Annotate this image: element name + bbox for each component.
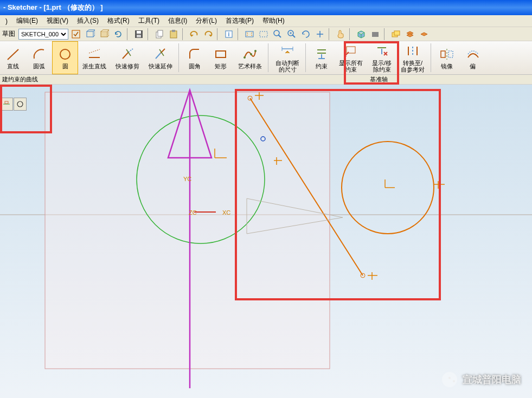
- title-text: - Sketcher - [1.prt （修改的） ]: [3, 3, 102, 12]
- layer3-icon[interactable]: [418, 28, 431, 40]
- constrain-icon: [314, 47, 329, 62]
- ribbon-arc[interactable]: 圆弧: [26, 41, 52, 74]
- ribbon-derived[interactable]: 派生直线: [78, 41, 111, 74]
- svg-line-27: [123, 52, 129, 59]
- zoom-in-icon[interactable]: [285, 28, 298, 40]
- undo-icon[interactable]: [188, 28, 201, 40]
- ribbon-label: 显示所有 约束: [339, 60, 363, 73]
- menubar: ) 编辑(E) 视图(V) 插入(S) 格式(R) 工具(T) 信息(I) 分析…: [0, 15, 532, 27]
- svg-line-30: [156, 53, 161, 59]
- svg-rect-0: [72, 30, 80, 38]
- shade-icon[interactable]: [369, 28, 382, 40]
- ribbon-showrem[interactable]: 显示/移 除约束: [368, 41, 396, 74]
- svg-rect-57: [45, 92, 330, 369]
- ribbon-label: 派生直线: [82, 63, 106, 69]
- ribbon-constrain[interactable]: 约束: [309, 41, 335, 74]
- ribbon-self[interactable]: 转换至/ 自参考对: [396, 41, 430, 74]
- ribbon-qextend[interactable]: 快速延伸: [144, 41, 177, 74]
- sketch-select[interactable]: SKETCH_000: [18, 29, 68, 40]
- watermark: 宣城普阳电脑: [442, 372, 521, 387]
- save-icon[interactable]: [132, 28, 145, 40]
- menu-x[interactable]: ): [1, 16, 12, 26]
- divider: [148, 28, 151, 40]
- menu-view[interactable]: 视图(V): [42, 15, 73, 27]
- divider: [431, 43, 433, 72]
- ribbon-mirror[interactable]: 镜像: [434, 41, 460, 74]
- ribbon-spline[interactable]: 艺术样条: [234, 41, 267, 74]
- menu-help[interactable]: 帮助(H): [258, 15, 289, 27]
- divider: [329, 28, 332, 40]
- line-icon: [5, 47, 21, 62]
- divider: [238, 28, 241, 40]
- menu-prefs[interactable]: 首选项(P): [221, 15, 258, 27]
- ribbon-label: 直线: [7, 63, 19, 69]
- ribbon-line[interactable]: 直线: [0, 41, 26, 74]
- ribbon-offset[interactable]: 偏: [460, 41, 486, 74]
- layer-icon[interactable]: [389, 28, 402, 40]
- status-right: 基准轴: [370, 75, 388, 84]
- redo-icon[interactable]: [202, 28, 215, 40]
- menu-insert[interactable]: 插入(S): [73, 15, 103, 27]
- ribbon-rect[interactable]: 矩形: [208, 41, 234, 74]
- svg-point-34: [243, 56, 246, 59]
- paste-icon[interactable]: [167, 28, 180, 40]
- svg-line-26: [89, 49, 100, 53]
- divider: [349, 28, 352, 40]
- rect-icon: [213, 47, 228, 62]
- toolbar1: 草图 SKETCH_000 i: [0, 27, 532, 41]
- ribbon: 直线 圆弧 圆 派生直线 快速修剪 快速延伸 圆角 矩形 艺术样条 自动判断 的…: [0, 41, 532, 75]
- showall-icon: [343, 43, 358, 59]
- svg-rect-51: [448, 51, 453, 57]
- ribbon-circle[interactable]: 圆: [52, 41, 78, 74]
- copy-icon[interactable]: [153, 28, 166, 40]
- canvas-area[interactable]: YC ZC XC 宣城普阳电脑: [0, 85, 532, 398]
- watermark-text: 宣城普阳电脑: [463, 373, 521, 386]
- finish-sketch-icon[interactable]: [69, 28, 82, 40]
- zoom-rect-icon[interactable]: [257, 28, 270, 40]
- mirror-icon: [439, 47, 454, 62]
- sketch-label: 草图: [2, 29, 15, 38]
- svg-text:i: i: [228, 31, 230, 37]
- ribbon-label: 镜像: [441, 63, 453, 69]
- ribbon-label: 转换至/ 自参考对: [401, 60, 425, 73]
- svg-rect-7: [158, 30, 163, 36]
- menu-info[interactable]: 信息(I): [164, 15, 191, 27]
- extend-icon: [153, 47, 168, 62]
- menu-format[interactable]: 格式(R): [103, 15, 134, 27]
- svg-point-35: [250, 53, 252, 55]
- hand-icon[interactable]: [334, 28, 347, 40]
- ribbon-autodim[interactable]: 自动判断 的尺寸: [271, 41, 304, 74]
- view-cube-icon[interactable]: [355, 28, 368, 40]
- refresh-icon[interactable]: [112, 28, 125, 40]
- zoom-icon[interactable]: [271, 28, 284, 40]
- svg-rect-50: [441, 51, 445, 57]
- svg-rect-5: [137, 35, 141, 37]
- info-icon[interactable]: i: [222, 28, 235, 40]
- rotate-icon[interactable]: [299, 28, 312, 40]
- self-icon: [405, 43, 420, 59]
- svg-point-36: [254, 50, 257, 52]
- status-row: 建约束的曲线 基准轴: [0, 75, 532, 85]
- fit-icon[interactable]: [243, 28, 256, 40]
- svg-rect-22: [394, 31, 400, 35]
- divider: [384, 28, 387, 40]
- showrem-icon: [374, 43, 389, 59]
- ribbon-label: 矩形: [215, 63, 227, 69]
- menu-tools[interactable]: 工具(T): [134, 15, 164, 27]
- ribbon-label: 自动判断 的尺寸: [275, 60, 299, 73]
- ribbon-qtrim[interactable]: 快速修剪: [111, 41, 144, 74]
- divider: [127, 28, 130, 40]
- pan-icon[interactable]: [313, 28, 326, 40]
- trim-icon: [120, 47, 135, 62]
- divider: [217, 28, 220, 40]
- layer2-icon[interactable]: [403, 28, 416, 40]
- menu-analysis[interactable]: 分析(L): [191, 15, 221, 27]
- menu-edit[interactable]: 编辑(E): [12, 15, 42, 27]
- svg-line-17: [292, 35, 295, 37]
- divider: [305, 43, 307, 72]
- box2-icon[interactable]: [98, 28, 111, 40]
- box-icon[interactable]: [84, 28, 97, 40]
- ribbon-showall[interactable]: 显示所有 约束: [335, 41, 368, 74]
- circle-icon: [57, 47, 73, 62]
- ribbon-fillet[interactable]: 圆角: [182, 41, 208, 74]
